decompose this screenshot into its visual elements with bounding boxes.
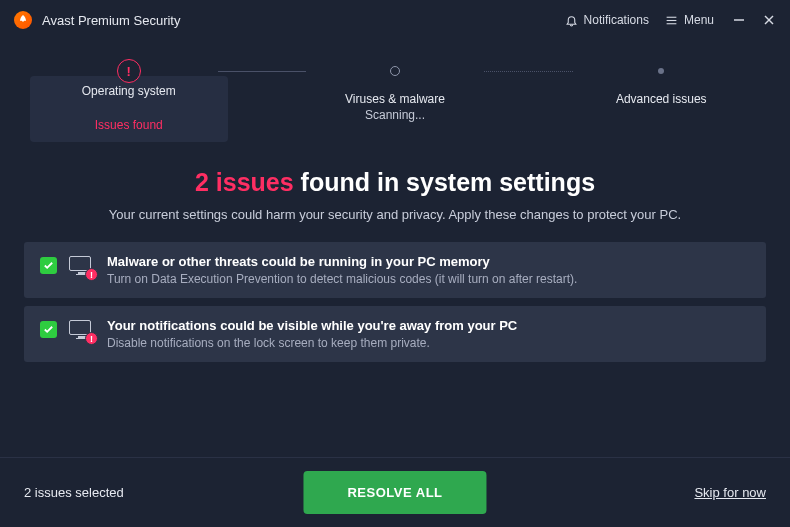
progress-stepper: ! Operating system Issues found Viruses … — [0, 58, 790, 142]
step-title: Operating system — [44, 84, 214, 98]
issue-count: 2 issues — [195, 168, 294, 196]
subtext: Your current settings could harm your se… — [0, 207, 790, 222]
step-viruses-malware: Viruses & malware Scanning... — [306, 58, 484, 122]
notifications-button[interactable]: Notifications — [557, 9, 657, 31]
step-operating-system: ! Operating system Issues found — [40, 58, 218, 142]
avast-logo-icon — [14, 11, 32, 29]
issue-desc: Disable notifications on the lock screen… — [107, 336, 750, 350]
title-bar: Avast Premium Security Notifications Men… — [0, 0, 790, 40]
selected-count: 2 issues selected — [24, 485, 124, 500]
step-dot-icon — [658, 68, 664, 74]
step-subtitle: Scanning... — [306, 108, 484, 122]
issue-row: ! Your notifications could be visible wh… — [24, 306, 766, 362]
close-button[interactable] — [762, 14, 776, 26]
headline: 2 issues found in system settings — [0, 168, 790, 197]
pc-alert-icon: ! — [69, 320, 95, 342]
step-dot-icon — [390, 66, 400, 76]
issue-title: Malware or other threats could be runnin… — [107, 254, 750, 269]
alert-circle-icon: ! — [117, 59, 141, 83]
menu-button[interactable]: Menu — [657, 9, 722, 31]
footer-bar: 2 issues selected RESOLVE ALL Skip for n… — [0, 457, 790, 527]
step-advanced-issues: Advanced issues — [573, 58, 751, 106]
resolve-all-button[interactable]: RESOLVE ALL — [303, 471, 486, 514]
minimize-button[interactable] — [732, 14, 746, 26]
issue-title: Your notifications could be visible whil… — [107, 318, 750, 333]
issue-checkbox[interactable] — [40, 257, 57, 274]
step-title: Advanced issues — [573, 92, 751, 106]
step-title: Viruses & malware — [306, 92, 484, 106]
pc-alert-icon: ! — [69, 256, 95, 278]
issue-desc: Turn on Data Execution Prevention to det… — [107, 272, 750, 286]
headline-rest: found in system settings — [301, 168, 595, 196]
notifications-label: Notifications — [584, 13, 649, 27]
step-subtitle: Issues found — [68, 118, 190, 132]
app-title: Avast Premium Security — [42, 13, 180, 28]
issues-list: ! Malware or other threats could be runn… — [24, 242, 766, 362]
bell-icon — [565, 14, 578, 27]
skip-for-now-link[interactable]: Skip for now — [694, 485, 766, 500]
menu-label: Menu — [684, 13, 714, 27]
hamburger-icon — [665, 14, 678, 27]
issue-checkbox[interactable] — [40, 321, 57, 338]
issue-row: ! Malware or other threats could be runn… — [24, 242, 766, 298]
